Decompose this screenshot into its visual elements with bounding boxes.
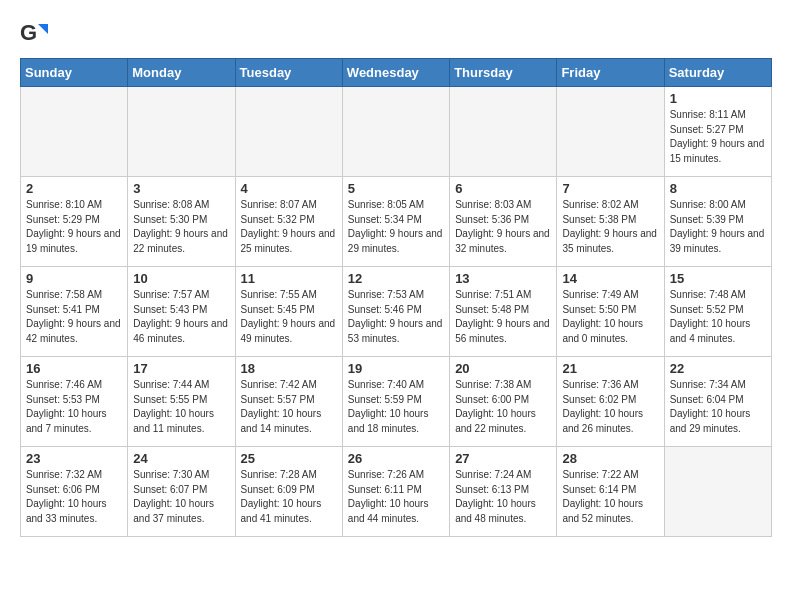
calendar-cell: 24Sunrise: 7:30 AMSunset: 6:07 PMDayligh…: [128, 447, 235, 537]
column-header-thursday: Thursday: [450, 59, 557, 87]
day-number: 6: [455, 181, 551, 196]
calendar-cell: 27Sunrise: 7:24 AMSunset: 6:13 PMDayligh…: [450, 447, 557, 537]
calendar-cell: 7Sunrise: 8:02 AMSunset: 5:38 PMDaylight…: [557, 177, 664, 267]
calendar-cell: 10Sunrise: 7:57 AMSunset: 5:43 PMDayligh…: [128, 267, 235, 357]
day-info: Sunrise: 7:38 AMSunset: 6:00 PMDaylight:…: [455, 378, 551, 436]
calendar-cell: 13Sunrise: 7:51 AMSunset: 5:48 PMDayligh…: [450, 267, 557, 357]
calendar-cell: 4Sunrise: 8:07 AMSunset: 5:32 PMDaylight…: [235, 177, 342, 267]
day-number: 16: [26, 361, 122, 376]
calendar-cell: 25Sunrise: 7:28 AMSunset: 6:09 PMDayligh…: [235, 447, 342, 537]
day-number: 12: [348, 271, 444, 286]
day-number: 19: [348, 361, 444, 376]
day-info: Sunrise: 7:55 AMSunset: 5:45 PMDaylight:…: [241, 288, 337, 346]
calendar-table: SundayMondayTuesdayWednesdayThursdayFrid…: [20, 58, 772, 537]
calendar-cell: 6Sunrise: 8:03 AMSunset: 5:36 PMDaylight…: [450, 177, 557, 267]
day-info: Sunrise: 8:02 AMSunset: 5:38 PMDaylight:…: [562, 198, 658, 256]
calendar-cell: 20Sunrise: 7:38 AMSunset: 6:00 PMDayligh…: [450, 357, 557, 447]
day-number: 18: [241, 361, 337, 376]
day-info: Sunrise: 7:53 AMSunset: 5:46 PMDaylight:…: [348, 288, 444, 346]
calendar-cell: 22Sunrise: 7:34 AMSunset: 6:04 PMDayligh…: [664, 357, 771, 447]
calendar-week-row: 1Sunrise: 8:11 AMSunset: 5:27 PMDaylight…: [21, 87, 772, 177]
calendar-week-row: 2Sunrise: 8:10 AMSunset: 5:29 PMDaylight…: [21, 177, 772, 267]
day-info: Sunrise: 7:46 AMSunset: 5:53 PMDaylight:…: [26, 378, 122, 436]
day-number: 5: [348, 181, 444, 196]
day-info: Sunrise: 7:40 AMSunset: 5:59 PMDaylight:…: [348, 378, 444, 436]
calendar-cell: 18Sunrise: 7:42 AMSunset: 5:57 PMDayligh…: [235, 357, 342, 447]
day-number: 22: [670, 361, 766, 376]
calendar-cell: [450, 87, 557, 177]
calendar-cell: [664, 447, 771, 537]
day-info: Sunrise: 7:58 AMSunset: 5:41 PMDaylight:…: [26, 288, 122, 346]
day-number: 9: [26, 271, 122, 286]
calendar-week-row: 9Sunrise: 7:58 AMSunset: 5:41 PMDaylight…: [21, 267, 772, 357]
calendar-cell: 2Sunrise: 8:10 AMSunset: 5:29 PMDaylight…: [21, 177, 128, 267]
calendar-cell: 28Sunrise: 7:22 AMSunset: 6:14 PMDayligh…: [557, 447, 664, 537]
calendar-cell: [21, 87, 128, 177]
day-info: Sunrise: 7:34 AMSunset: 6:04 PMDaylight:…: [670, 378, 766, 436]
day-info: Sunrise: 7:24 AMSunset: 6:13 PMDaylight:…: [455, 468, 551, 526]
day-info: Sunrise: 8:10 AMSunset: 5:29 PMDaylight:…: [26, 198, 122, 256]
calendar-cell: 5Sunrise: 8:05 AMSunset: 5:34 PMDaylight…: [342, 177, 449, 267]
day-info: Sunrise: 8:03 AMSunset: 5:36 PMDaylight:…: [455, 198, 551, 256]
day-info: Sunrise: 7:32 AMSunset: 6:06 PMDaylight:…: [26, 468, 122, 526]
day-number: 13: [455, 271, 551, 286]
calendar-header-row: SundayMondayTuesdayWednesdayThursdayFrid…: [21, 59, 772, 87]
day-number: 17: [133, 361, 229, 376]
calendar-cell: 15Sunrise: 7:48 AMSunset: 5:52 PMDayligh…: [664, 267, 771, 357]
day-info: Sunrise: 7:22 AMSunset: 6:14 PMDaylight:…: [562, 468, 658, 526]
day-number: 28: [562, 451, 658, 466]
day-info: Sunrise: 7:48 AMSunset: 5:52 PMDaylight:…: [670, 288, 766, 346]
day-info: Sunrise: 7:26 AMSunset: 6:11 PMDaylight:…: [348, 468, 444, 526]
day-number: 21: [562, 361, 658, 376]
calendar-cell: 3Sunrise: 8:08 AMSunset: 5:30 PMDaylight…: [128, 177, 235, 267]
day-info: Sunrise: 8:11 AMSunset: 5:27 PMDaylight:…: [670, 108, 766, 166]
calendar-cell: [557, 87, 664, 177]
day-number: 15: [670, 271, 766, 286]
calendar-cell: 9Sunrise: 7:58 AMSunset: 5:41 PMDaylight…: [21, 267, 128, 357]
calendar-cell: [342, 87, 449, 177]
calendar-week-row: 23Sunrise: 7:32 AMSunset: 6:06 PMDayligh…: [21, 447, 772, 537]
logo-icon: G: [20, 20, 48, 48]
calendar-cell: 11Sunrise: 7:55 AMSunset: 5:45 PMDayligh…: [235, 267, 342, 357]
calendar-week-row: 16Sunrise: 7:46 AMSunset: 5:53 PMDayligh…: [21, 357, 772, 447]
calendar-cell: 8Sunrise: 8:00 AMSunset: 5:39 PMDaylight…: [664, 177, 771, 267]
day-number: 8: [670, 181, 766, 196]
day-info: Sunrise: 7:28 AMSunset: 6:09 PMDaylight:…: [241, 468, 337, 526]
day-number: 2: [26, 181, 122, 196]
calendar-cell: 19Sunrise: 7:40 AMSunset: 5:59 PMDayligh…: [342, 357, 449, 447]
svg-text:G: G: [20, 20, 37, 45]
day-number: 14: [562, 271, 658, 286]
day-number: 3: [133, 181, 229, 196]
column-header-wednesday: Wednesday: [342, 59, 449, 87]
calendar-cell: 1Sunrise: 8:11 AMSunset: 5:27 PMDaylight…: [664, 87, 771, 177]
day-info: Sunrise: 8:00 AMSunset: 5:39 PMDaylight:…: [670, 198, 766, 256]
day-info: Sunrise: 7:42 AMSunset: 5:57 PMDaylight:…: [241, 378, 337, 436]
day-number: 4: [241, 181, 337, 196]
day-number: 24: [133, 451, 229, 466]
day-info: Sunrise: 7:36 AMSunset: 6:02 PMDaylight:…: [562, 378, 658, 436]
day-info: Sunrise: 8:08 AMSunset: 5:30 PMDaylight:…: [133, 198, 229, 256]
calendar-cell: 21Sunrise: 7:36 AMSunset: 6:02 PMDayligh…: [557, 357, 664, 447]
calendar-cell: 14Sunrise: 7:49 AMSunset: 5:50 PMDayligh…: [557, 267, 664, 357]
calendar-cell: 23Sunrise: 7:32 AMSunset: 6:06 PMDayligh…: [21, 447, 128, 537]
day-number: 26: [348, 451, 444, 466]
calendar-cell: 26Sunrise: 7:26 AMSunset: 6:11 PMDayligh…: [342, 447, 449, 537]
day-number: 10: [133, 271, 229, 286]
day-number: 25: [241, 451, 337, 466]
day-info: Sunrise: 7:30 AMSunset: 6:07 PMDaylight:…: [133, 468, 229, 526]
day-info: Sunrise: 7:57 AMSunset: 5:43 PMDaylight:…: [133, 288, 229, 346]
day-number: 7: [562, 181, 658, 196]
day-number: 20: [455, 361, 551, 376]
logo: G: [20, 20, 52, 48]
page-header: G: [20, 20, 772, 48]
calendar-cell: [128, 87, 235, 177]
column-header-friday: Friday: [557, 59, 664, 87]
day-number: 1: [670, 91, 766, 106]
calendar-cell: 12Sunrise: 7:53 AMSunset: 5:46 PMDayligh…: [342, 267, 449, 357]
calendar-cell: 16Sunrise: 7:46 AMSunset: 5:53 PMDayligh…: [21, 357, 128, 447]
calendar-cell: [235, 87, 342, 177]
day-info: Sunrise: 7:49 AMSunset: 5:50 PMDaylight:…: [562, 288, 658, 346]
day-number: 11: [241, 271, 337, 286]
column-header-saturday: Saturday: [664, 59, 771, 87]
column-header-monday: Monday: [128, 59, 235, 87]
